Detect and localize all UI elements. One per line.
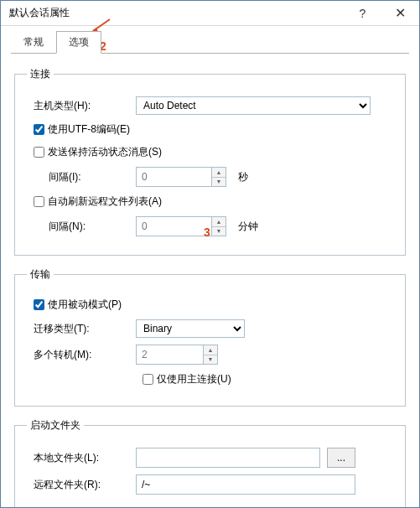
group-transfer: 传输 使用被动模式(P) 迁移类型(T): Binary 多个转机(M):: [14, 267, 406, 407]
remote-folder-label: 远程文件夹(R):: [27, 478, 136, 492]
interval-n-spin-buttons[interactable]: ▲ ▼: [211, 216, 226, 236]
auto-refresh-input[interactable]: [34, 196, 44, 207]
main-conn-only-input[interactable]: [143, 374, 153, 385]
local-folder-input[interactable]: [136, 448, 320, 468]
auto-refresh-checkbox[interactable]: 自动刷新远程文件列表(A): [30, 194, 162, 210]
tab-strip: 常规 选项 2: [1, 26, 419, 54]
use-utf8-label: 使用UTF-8编码(E): [48, 122, 130, 137]
chevron-up-icon[interactable]: ▲: [204, 345, 217, 355]
host-type-select[interactable]: Auto Detect: [136, 96, 371, 115]
keepalive-checkbox[interactable]: 发送保持活动状态消息(S): [30, 144, 162, 160]
window-title: 默认会话属性: [9, 6, 344, 20]
local-folder-label: 本地文件夹(L):: [27, 451, 136, 465]
interval-i-spin-buttons[interactable]: ▲ ▼: [211, 167, 226, 187]
interval-i-spinner[interactable]: ▲ ▼: [136, 167, 226, 187]
group-startup: 启动文件夹 本地文件夹(L): ... 远程文件夹(R):: [14, 418, 406, 508]
interval-i-label: 间隔(I):: [27, 170, 136, 184]
remote-folder-input[interactable]: [136, 474, 355, 495]
use-utf8-checkbox[interactable]: 使用UTF-8编码(E): [30, 122, 130, 137]
tab-content: 连接 主机类型(H): Auto Detect 使用UTF-8编码(E) 3 发…: [1, 54, 419, 508]
auto-refresh-label: 自动刷新远程文件列表(A): [48, 194, 162, 209]
close-button[interactable]: ✕: [381, 1, 419, 26]
group-transfer-legend: 传输: [27, 267, 54, 282]
interval-n-label: 间隔(N):: [27, 220, 136, 234]
interval-n-unit: 分钟: [238, 220, 258, 234]
host-type-label: 主机类型(H):: [27, 99, 136, 113]
browse-button[interactable]: ...: [327, 448, 355, 468]
relays-spinner[interactable]: ▲ ▼: [136, 345, 218, 365]
chevron-down-icon[interactable]: ▼: [212, 178, 226, 187]
transfer-type-label: 迁移类型(T):: [27, 322, 136, 336]
relays-label: 多个转机(M):: [27, 348, 136, 362]
transfer-type-select[interactable]: Binary: [136, 319, 245, 338]
interval-n-spinner[interactable]: ▲ ▼: [136, 216, 226, 236]
interval-i-input[interactable]: [136, 167, 211, 187]
group-startup-legend: 启动文件夹: [27, 418, 84, 433]
chevron-up-icon[interactable]: ▲: [212, 168, 226, 178]
passive-mode-checkbox[interactable]: 使用被动模式(P): [30, 297, 122, 313]
titlebar: 默认会话属性 ? ✕: [1, 1, 419, 26]
dialog-window: 默认会话属性 ? ✕ 常规 选项 2 连接 主机类型(H): Auto Dete…: [0, 0, 420, 508]
keepalive-input[interactable]: [34, 147, 44, 158]
group-connection: 连接 主机类型(H): Auto Detect 使用UTF-8编码(E) 3 发…: [14, 67, 406, 256]
help-button[interactable]: ?: [344, 1, 381, 26]
relays-spin-buttons[interactable]: ▲ ▼: [203, 345, 218, 365]
interval-n-input[interactable]: [136, 216, 211, 236]
group-connection-legend: 连接: [27, 67, 54, 81]
interval-i-unit: 秒: [238, 170, 248, 184]
chevron-down-icon[interactable]: ▼: [204, 355, 217, 365]
chevron-up-icon[interactable]: ▲: [212, 217, 226, 227]
chevron-down-icon[interactable]: ▼: [212, 227, 226, 236]
passive-mode-label: 使用被动模式(P): [48, 298, 122, 312]
main-conn-only-label: 仅使用主连接(U): [157, 372, 231, 386]
keepalive-label: 发送保持活动状态消息(S): [48, 145, 162, 159]
relays-input[interactable]: [136, 345, 203, 365]
tab-options[interactable]: 选项: [56, 31, 101, 54]
use-utf8-input[interactable]: [34, 124, 44, 135]
tab-general[interactable]: 常规: [11, 31, 56, 54]
passive-mode-input[interactable]: [34, 299, 44, 310]
main-conn-only-checkbox[interactable]: 仅使用主连接(U): [139, 371, 231, 387]
